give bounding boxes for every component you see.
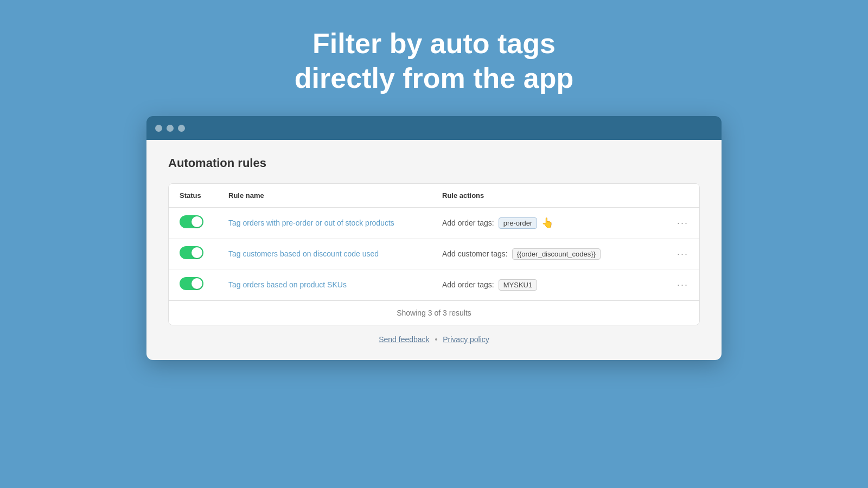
automation-table: Status Rule name Rule actions Tag orders… (168, 183, 700, 325)
table-footer: Showing 3 of 3 results (169, 300, 699, 325)
toggle-status-row1[interactable] (180, 215, 228, 230)
rule-name-row2[interactable]: Tag customers based on discount code use… (228, 249, 442, 259)
hero-line2: directly from the app (295, 62, 573, 94)
table-row: Tag customers based on discount code use… (169, 239, 699, 269)
action-label-row3: Add order tags: (442, 280, 494, 289)
traffic-light-yellow (167, 125, 174, 132)
action-label-row2: Add customer tags: (442, 249, 508, 258)
privacy-policy-link[interactable]: Privacy policy (443, 335, 489, 344)
page-footer: Send feedback • Privacy policy (168, 335, 700, 344)
tag-badge-row1: pre-order (499, 217, 537, 229)
rule-name-row1[interactable]: Tag orders with pre-order or out of stoc… (228, 218, 442, 228)
more-actions-row1[interactable]: ··· (656, 217, 688, 229)
tag-badge-row3: MYSKU1 (499, 279, 537, 291)
header-actions-spacer (656, 191, 688, 200)
action-label-row1: Add order tags: (442, 219, 494, 227)
rule-action-row2: Add customer tags: {{order_discount_code… (442, 248, 656, 260)
more-actions-row2[interactable]: ··· (656, 248, 688, 260)
table-row: Tag orders with pre-order or out of stoc… (169, 208, 699, 239)
header-rule-actions: Rule actions (442, 191, 656, 200)
table-row: Tag orders based on product SKUs Add ord… (169, 269, 699, 300)
rule-name-row3[interactable]: Tag orders based on product SKUs (228, 280, 442, 290)
more-actions-row3[interactable]: ··· (656, 279, 688, 291)
cursor-row1: 👆 (541, 217, 553, 229)
tag-badge-row2: {{order_discount_codes}} (512, 248, 601, 260)
browser-content: Automation rules Status Rule name Rule a… (146, 140, 722, 360)
hero-section: Filter by auto tags directly from the ap… (295, 27, 573, 94)
rule-action-row1: Add order tags: pre-order 👆 (442, 217, 656, 229)
header-rule-name: Rule name (228, 191, 442, 200)
send-feedback-link[interactable]: Send feedback (379, 335, 429, 344)
page-title: Automation rules (168, 156, 700, 170)
toggle-status-row2[interactable] (180, 246, 228, 261)
traffic-light-red (155, 125, 162, 132)
browser-titlebar (146, 116, 722, 140)
table-header: Status Rule name Rule actions (169, 184, 699, 208)
hero-line1: Filter by auto tags (295, 27, 573, 60)
rule-action-row3: Add order tags: MYSKU1 (442, 279, 656, 291)
header-status: Status (180, 191, 228, 200)
footer-separator: • (435, 335, 437, 344)
browser-window: Automation rules Status Rule name Rule a… (146, 116, 722, 360)
traffic-light-green (178, 125, 185, 132)
toggle-status-row3[interactable] (180, 277, 228, 292)
